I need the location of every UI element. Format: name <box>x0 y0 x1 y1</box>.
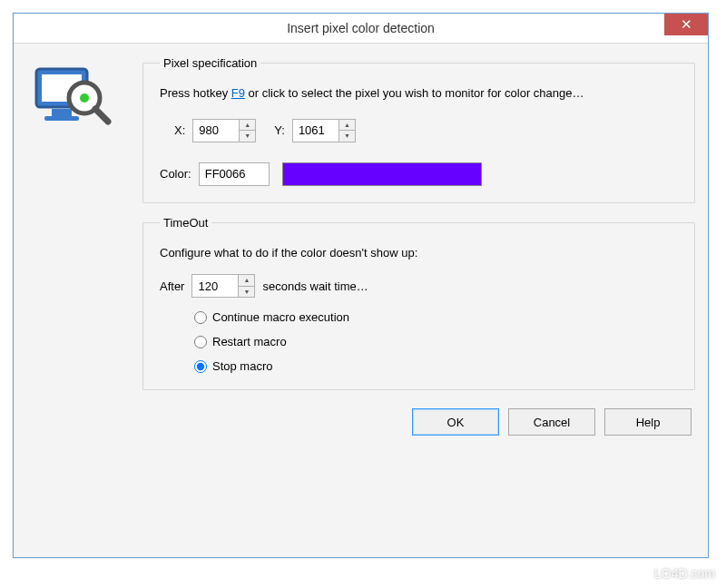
color-input[interactable] <box>199 162 270 186</box>
after-label: After <box>160 279 184 293</box>
ok-button[interactable]: OK <box>412 408 499 436</box>
svg-point-5 <box>80 93 89 103</box>
radio-restart-label: Restart macro <box>212 335 287 348</box>
after-row: After ▲ ▼ seconds wait time… <box>160 274 678 298</box>
left-column <box>26 56 126 544</box>
radio-stop-label: Stop macro <box>212 359 272 373</box>
svg-line-6 <box>95 109 108 122</box>
y-spin-up[interactable]: ▲ <box>339 120 355 132</box>
window-title: Insert pixel color detection <box>287 21 435 35</box>
x-label: X: <box>174 123 185 137</box>
y-input[interactable] <box>292 119 339 142</box>
y-spinner: ▲ ▼ <box>292 119 356 142</box>
after-spin-down[interactable]: ▼ <box>239 287 254 298</box>
svg-rect-2 <box>52 109 72 116</box>
close-button[interactable]: ✕ <box>664 14 708 35</box>
x-spin-up[interactable]: ▲ <box>240 120 255 132</box>
y-label: Y: <box>274 123 285 137</box>
color-swatch[interactable] <box>282 162 482 186</box>
radio-stop[interactable]: Stop macro <box>194 359 678 373</box>
pixel-specification-group: Pixel specification Press hotkey F9 or c… <box>142 56 695 203</box>
cancel-button[interactable]: Cancel <box>508 408 595 436</box>
watermark: LO4D.com <box>654 566 715 581</box>
timeout-instruction: Configure what to do if the color doesn'… <box>160 244 678 262</box>
timeout-radios: Continue macro execution Restart macro S… <box>194 310 678 373</box>
titlebar: Insert pixel color detection ✕ <box>14 14 708 44</box>
svg-rect-3 <box>44 116 79 121</box>
after-suffix: seconds wait time… <box>262 279 368 293</box>
after-input[interactable] <box>191 274 239 298</box>
after-spinner: ▲ ▼ <box>191 274 255 298</box>
radio-continue-input[interactable] <box>194 311 207 324</box>
radio-restart[interactable]: Restart macro <box>194 335 678 348</box>
timeout-group: TimeOut Configure what to do if the colo… <box>142 216 695 391</box>
button-row: OK Cancel Help <box>142 408 695 436</box>
help-button[interactable]: Help <box>604 408 692 436</box>
instruction-post: or click to select the pixel you wish to… <box>245 86 584 100</box>
timeout-legend: TimeOut <box>160 216 211 230</box>
hotkey-link[interactable]: F9 <box>231 86 245 100</box>
color-row: Color: <box>160 162 678 186</box>
monitor-magnifier-icon <box>34 64 126 136</box>
color-label: Color: <box>160 167 191 181</box>
radio-stop-input[interactable] <box>194 360 207 373</box>
y-spin-down[interactable]: ▼ <box>339 131 355 142</box>
close-icon: ✕ <box>681 16 692 33</box>
after-spin-buttons: ▲ ▼ <box>239 274 255 298</box>
dialog-window: Insert pixel color detection ✕ Pixel <box>13 13 709 558</box>
x-input[interactable] <box>192 119 240 142</box>
radio-continue[interactable]: Continue macro execution <box>194 310 678 324</box>
radio-continue-label: Continue macro execution <box>212 310 349 324</box>
dialog-body: Pixel specification Press hotkey F9 or c… <box>14 44 708 557</box>
radio-restart-input[interactable] <box>194 336 207 348</box>
x-spinner: ▲ ▼ <box>192 119 256 142</box>
right-column: Pixel specification Press hotkey F9 or c… <box>142 56 695 544</box>
x-spin-buttons: ▲ ▼ <box>240 119 256 142</box>
after-spin-up[interactable]: ▲ <box>239 275 254 287</box>
instruction-pre: Press hotkey <box>160 86 231 100</box>
x-spin-down[interactable]: ▼ <box>240 131 255 142</box>
pixel-spec-instruction: Press hotkey F9 or click to select the p… <box>160 84 678 103</box>
pixel-spec-legend: Pixel specification <box>160 56 260 70</box>
y-spin-buttons: ▲ ▼ <box>339 119 356 142</box>
coordinates-row: X: ▲ ▼ Y: ▲ ▼ <box>174 119 678 142</box>
